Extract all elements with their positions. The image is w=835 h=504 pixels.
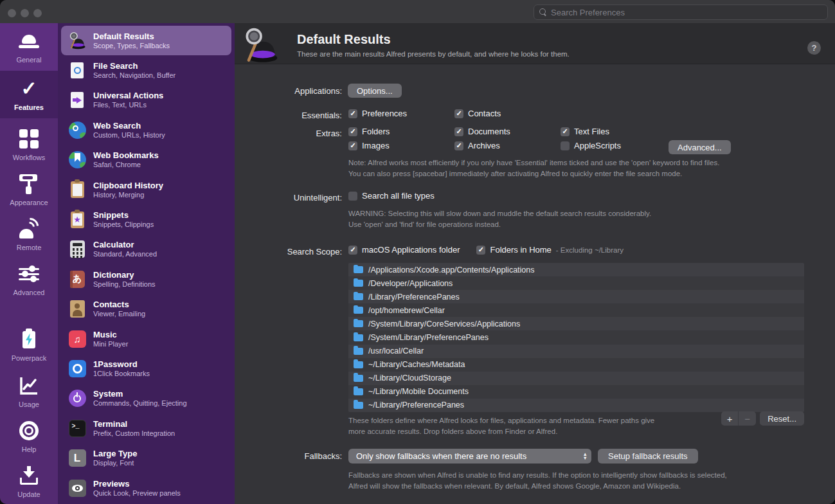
- nav-item-help[interactable]: Help: [0, 414, 58, 459]
- remove-folder-button[interactable]: −: [739, 411, 756, 426]
- nav-item-general[interactable]: General: [0, 23, 58, 71]
- checkbox-images[interactable]: ✓Images: [348, 141, 390, 150]
- checkbox-folders[interactable]: ✓Folders: [348, 127, 390, 136]
- folder-row[interactable]: ~/Library/CloudStorage: [348, 372, 804, 385]
- dropdown-selected-value: Only show fallbacks when there are no re…: [356, 451, 526, 461]
- folder-row[interactable]: ~/Library/PreferencePanes: [348, 399, 804, 412]
- nav-item-usage[interactable]: Usage: [0, 369, 58, 414]
- checkbox-label: macOS Applications folder: [362, 245, 460, 255]
- checkbox-preferences[interactable]: ✓Preferences: [348, 109, 407, 118]
- feature-title: Previews: [93, 479, 181, 489]
- checkmark-icon: ✓: [17, 78, 40, 100]
- features-sidebar: Default ResultsScope, Types, Fallbacks F…: [58, 23, 235, 504]
- folder-row[interactable]: /Developer/Applications: [348, 276, 804, 290]
- checkbox-documents[interactable]: ✓Documents: [454, 127, 510, 136]
- feature-item-calculator[interactable]: CalculatorStandard, Advanced: [61, 235, 231, 264]
- checkbox-box[interactable]: ✓: [561, 127, 570, 136]
- feature-item-snippets[interactable]: ★ SnippetsSnippets, Clippings: [61, 204, 231, 234]
- advanced-button[interactable]: Advanced...: [669, 140, 731, 154]
- feature-subtitle: Display, Font: [93, 459, 137, 467]
- search-scope-folder-list[interactable]: /Applications/Xcode.app/Contents/Applica…: [348, 263, 804, 412]
- checkbox-text-files[interactable]: ✓Text Files: [561, 127, 609, 136]
- description-line: These folders define where Alfred looks …: [348, 415, 654, 426]
- folder-row[interactable]: /System/Library/CoreServices/Application…: [348, 317, 804, 330]
- feature-item-previews[interactable]: PreviewsQuick Look, Preview panels: [61, 473, 231, 503]
- nav-item-remote[interactable]: Remote: [0, 212, 58, 257]
- scope-suffix: - Excluding ~/Library: [556, 246, 624, 254]
- nav-label: Advanced: [13, 289, 45, 296]
- dropdown-stepper-icon: ▲▼: [583, 453, 588, 460]
- feature-item-dictionary[interactable]: あ DictionarySpelling, Definitions: [61, 264, 231, 294]
- checkbox-box[interactable]: ✓: [348, 127, 357, 136]
- checkbox-box[interactable]: ✓: [454, 141, 463, 150]
- folder-list-buttons: + − Reset...: [721, 411, 804, 426]
- nav-item-workflows[interactable]: Workflows: [0, 122, 58, 167]
- feature-item-file-search[interactable]: File SearchSearch, Navigation, Buffer: [61, 55, 231, 85]
- nav-label: General: [16, 56, 41, 64]
- feature-item-large-type[interactable]: L Large TypeDisplay, Font: [61, 443, 231, 473]
- nav-item-powerpack[interactable]: Powerpack: [0, 321, 58, 369]
- check-icon: ✓: [562, 128, 568, 135]
- checkbox-applescripts[interactable]: AppleScripts: [561, 141, 621, 150]
- checkbox-box[interactable]: ✓: [348, 109, 357, 118]
- unintelligent-warning: WARNING: Selecting this will slow down a…: [348, 208, 651, 230]
- feature-item-1password[interactable]: 1Password1Click Bookmarks: [61, 354, 231, 383]
- check-icon: ✓: [478, 246, 484, 253]
- help-button[interactable]: ?: [807, 41, 821, 55]
- folder-row[interactable]: /System/Library/PreferencePanes: [348, 330, 804, 344]
- checkbox-box[interactable]: [561, 141, 570, 150]
- usage-chart-icon: [17, 375, 40, 397]
- folder-path: /System/Library/PreferencePanes: [368, 333, 489, 342]
- folder-row[interactable]: /opt/homebrew/Cellar: [348, 303, 804, 317]
- essentials-label: Essentials:: [235, 111, 342, 120]
- feature-item-system[interactable]: SystemCommands, Quitting, Ejecting: [61, 384, 231, 413]
- reset-button[interactable]: Reset...: [760, 411, 804, 426]
- preferences-search-field[interactable]: Search Preferences: [534, 4, 828, 20]
- folder-icon: [354, 348, 363, 355]
- feature-item-clipboard-history[interactable]: Clipboard HistoryHistory, Merging: [61, 175, 231, 204]
- nav-item-appearance[interactable]: Appearance: [0, 167, 58, 212]
- folder-path: ~/Library/CloudStorage: [368, 374, 451, 382]
- checkbox-search-all-file-types[interactable]: Search all file types: [348, 191, 435, 201]
- checkbox-box[interactable]: [348, 192, 357, 201]
- checkbox-box[interactable]: ✓: [476, 246, 485, 255]
- add-folder-button[interactable]: +: [721, 411, 739, 426]
- feature-item-universal-actions[interactable]: Universal ActionsFiles, Text, URLs: [61, 86, 231, 115]
- feature-subtitle: History, Merging: [93, 191, 163, 199]
- nav-label: Appearance: [10, 199, 48, 206]
- feature-title: Universal Actions: [93, 91, 163, 100]
- options-button[interactable]: Options...: [348, 84, 402, 98]
- feature-item-default-results[interactable]: Default ResultsScope, Types, Fallbacks: [61, 26, 231, 55]
- nav-item-advanced[interactable]: Advanced: [0, 257, 58, 302]
- folder-row[interactable]: ~/Library/Caches/Metadata: [348, 358, 804, 372]
- minimize-window-button[interactable]: [21, 9, 29, 17]
- nav-item-features[interactable]: ✓ Features: [0, 71, 58, 118]
- feature-item-music[interactable]: ♫ MusicMini Player: [61, 324, 231, 354]
- checkbox-archives[interactable]: ✓Archives: [454, 141, 500, 150]
- checkbox-box[interactable]: ✓: [454, 109, 463, 118]
- folder-row[interactable]: ~/Library/Mobile Documents: [348, 385, 804, 399]
- checkbox-box[interactable]: ✓: [348, 246, 357, 255]
- nav-item-update[interactable]: Update: [0, 459, 58, 504]
- setup-fallback-results-button[interactable]: Setup fallback results: [598, 449, 698, 464]
- folder-row[interactable]: /Library/PreferencePanes: [348, 290, 804, 303]
- folder-path: /opt/homebrew/Cellar: [368, 306, 445, 315]
- check-icon: ✓: [456, 142, 462, 149]
- feature-item-web-bookmarks[interactable]: Web BookmarksSafari, Chrome: [61, 145, 231, 175]
- checkbox-box[interactable]: ✓: [348, 141, 357, 150]
- folder-row[interactable]: /Applications/Xcode.app/Contents/Applica…: [348, 263, 804, 276]
- feature-subtitle: Files, Text, URLs: [93, 101, 163, 109]
- close-window-button[interactable]: [8, 9, 16, 17]
- main-pane: Default Results These are the main resul…: [235, 23, 835, 504]
- checkbox-contacts[interactable]: ✓Contacts: [454, 109, 501, 118]
- feature-item-web-search[interactable]: Web SearchCustom, URLs, History: [61, 115, 231, 145]
- checkbox-box[interactable]: ✓: [454, 127, 463, 136]
- fallbacks-dropdown[interactable]: Only show fallbacks when there are no re…: [348, 449, 591, 464]
- folder-row[interactable]: /usr/local/Cellar: [348, 345, 804, 358]
- feature-item-contacts[interactable]: ContactsViewer, Emailing: [61, 294, 231, 324]
- zoom-window-button[interactable]: [33, 9, 42, 17]
- feature-item-terminal[interactable]: >_ TerminalPrefix, Custom Integration: [61, 413, 231, 443]
- folder-icon: [354, 266, 363, 273]
- checkbox-folders-in-home[interactable]: ✓Folders in Home- Excluding ~/Library: [476, 245, 624, 255]
- checkbox-macos-applications-folder[interactable]: ✓macOS Applications folder: [348, 245, 460, 255]
